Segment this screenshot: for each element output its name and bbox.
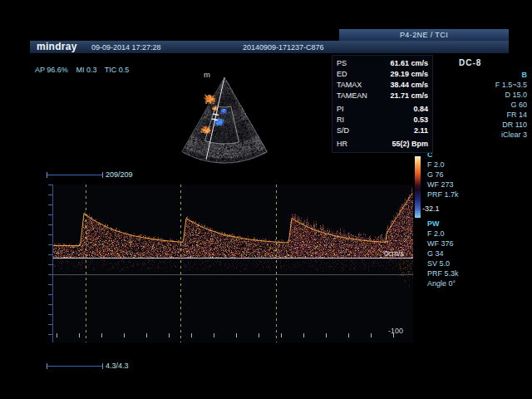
measurement-row: TAMEAN 21.71 cm/s [337,91,428,101]
measurement-value: 55(2) Bpm [392,139,428,150]
sector-image-canvas[interactable] [166,71,283,166]
c-mode-readout: C F 2.0 G 76 WF 273 PRF 1.7k [427,150,459,200]
b-param: FR 14 [462,110,527,120]
measurement-label: PS [337,58,347,69]
probe-status-bar: P4-2NE / TCI [339,29,509,41]
b-param: DR 110 [462,120,527,130]
spectral-canvas[interactable] [52,185,413,342]
pw-param: PRF 5.3k [427,268,459,278]
brand-logo: mindray [37,41,77,52]
pw-param: WF 376 [427,239,459,249]
color-map-bar [415,156,421,218]
measurement-value: 21.71 cm/s [390,91,428,101]
b-mode-label: B [462,70,527,80]
datetime-label: 09-09-2014 17:27:28 [91,43,161,52]
c-param: PRF 1.7k [427,190,459,200]
pw-param: G 34 [427,249,459,259]
cine-counter: 209/209 [106,170,133,179]
mi-label: MI 0.3 [76,66,96,74]
ultrasound-screen: P4-2NE / TCI mindray 09-09-2014 17:27:28… [0,0,532,399]
model-label: DC-8 [459,58,481,67]
tic-label: TIC 0.5 [105,66,130,74]
pw-param: Angle 0° [427,278,459,288]
measurement-value: 29.19 cm/s [390,69,428,80]
c-param: WF 273 [427,180,459,190]
measurement-value: 38.44 cm/s [390,80,428,91]
measurement-panel: PS 61.61 cm/s ED 29.19 cm/s TAMAX 38.44 … [332,55,433,153]
measurement-row: HR 55(2) Bpm [337,139,428,150]
pw-param: F 2.0 [427,229,459,239]
b-param: iClear 3 [462,130,527,140]
measurement-value: 0.84 [413,104,428,115]
cine-ruler[interactable] [47,172,103,178]
measurement-row: ED 29.19 cm/s [337,69,428,80]
measurement-row: TAMAX 38.44 cm/s [337,80,428,91]
measurement-row: PI 0.84 [337,104,428,115]
measurement-row: S/D 2.11 [337,126,428,136]
measurement-row: PS 61.61 cm/s [337,58,428,69]
measurement-value: 61.61 cm/s [390,58,428,69]
sweep-ruler[interactable] [47,363,103,369]
pw-mode-label: PW [427,219,459,229]
zero-velocity-label: 0cm/s [384,249,404,258]
measurement-value: 0.53 [413,115,428,126]
exam-id-label: 20140909-171237-C876 [243,43,324,52]
c-param: G 76 [427,170,459,180]
pw-mode-readout: PW F 2.0 WF 376 G 34 SV 5.0 PRF 5.3k Ang… [427,219,459,288]
depth-ruler [48,185,53,342]
ap-label: AP 96.6% [35,66,68,74]
colorbar-label: -32.1 [422,204,440,213]
measurement-label: TAMEAN [337,91,367,101]
sweep-time-label: 4.3/4.3 [106,362,129,370]
c-param: F 2.0 [427,160,459,170]
measurement-label: S/D [337,126,349,136]
acoustic-output: AP 96.6% MI 0.3 TIC 0.5 [35,66,135,74]
b-param: D 15.0 [462,90,527,100]
measurement-label: ED [337,69,347,80]
measurement-row: RI 0.53 [337,115,428,126]
b-mode-readout: B F 1.5~3.5 D 15.0 G 60 FR 14 DR 110 iCl… [462,70,527,140]
b-param: F 1.5~3.5 [462,80,527,90]
orientation-marker: m [204,71,210,79]
min-velocity-label: -100 [388,327,403,335]
measurement-label: TAMAX [337,80,362,91]
measurement-label: PI [337,104,344,115]
b-param: G 60 [462,100,527,110]
measurement-value: 2.11 [414,126,428,136]
pw-param: SV 5.0 [427,259,459,268]
measurement-label: RI [337,115,344,126]
measurement-label: HR [337,139,347,150]
